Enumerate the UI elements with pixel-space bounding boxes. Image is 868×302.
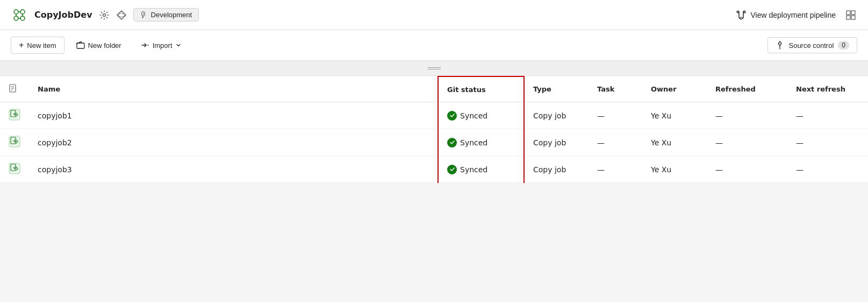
grid-icon[interactable] <box>844 9 857 22</box>
rocket-icon <box>140 11 148 19</box>
document-icon <box>9 84 17 93</box>
synced-badge: Synced <box>447 138 515 148</box>
data-table: Name Git status Type Task Owner Refreshe… <box>0 76 868 183</box>
copyjob-item-icon <box>9 163 20 174</box>
row1-refreshed: — <box>707 102 787 129</box>
new-folder-label: New folder <box>88 41 121 50</box>
diamond-icon[interactable] <box>116 10 127 20</box>
synced-checkmark-icon <box>447 165 457 174</box>
row3-refreshed: — <box>707 156 787 183</box>
row3-icon-cell <box>0 156 29 183</box>
row3-name[interactable]: copyjob3 <box>29 156 438 183</box>
table-header-row: Name Git status Type Task Owner Refreshe… <box>0 76 868 102</box>
row2-refreshed: — <box>707 129 787 156</box>
svg-point-8 <box>740 17 742 19</box>
synced-badge: Synced <box>447 165 515 174</box>
nav-right: View deployment pipeline <box>736 9 857 22</box>
table-area: Name Git status Type Task Owner Refreshe… <box>0 76 868 183</box>
row1-owner: Ye Xu <box>642 102 707 129</box>
synced-badge: Synced <box>447 111 515 121</box>
table-row[interactable]: copyjob1 Synced Copy job — Ye Xu — — <box>0 102 868 129</box>
env-label: Development <box>151 11 192 19</box>
new-item-button[interactable]: + New item <box>11 37 64 54</box>
row3-type: Copy job <box>524 156 589 183</box>
nav-left: CopyJobDev Development <box>11 6 199 24</box>
svg-rect-9 <box>847 11 850 15</box>
row2-name[interactable]: copyjob2 <box>29 129 438 156</box>
row1-name[interactable]: copyjob1 <box>29 102 438 129</box>
row2-next-refresh: — <box>787 129 868 156</box>
top-nav: CopyJobDev Development <box>0 0 868 30</box>
environment-badge[interactable]: Development <box>133 8 199 22</box>
row2-type: Copy job <box>524 129 589 156</box>
table-row[interactable]: copyjob3 Synced Copy job — Ye Xu — — <box>0 156 868 183</box>
th-icon <box>0 76 29 102</box>
new-folder-button[interactable]: New folder <box>69 38 129 53</box>
row3-git-status: Synced <box>438 156 524 183</box>
svg-point-5 <box>143 13 144 15</box>
th-task: Task <box>589 76 642 102</box>
row1-task: — <box>589 102 642 129</box>
row2-task: — <box>589 129 642 156</box>
chevron-down-icon <box>176 43 181 48</box>
svg-rect-12 <box>851 16 855 19</box>
copyjob-item-icon <box>9 109 20 121</box>
source-control-icon <box>776 41 784 50</box>
import-icon <box>141 41 149 50</box>
synced-checkmark-icon <box>447 111 457 121</box>
resize-line-1 <box>428 67 441 68</box>
svg-rect-10 <box>851 11 855 15</box>
svg-point-0 <box>14 10 18 14</box>
view-pipeline-label: View deployment pipeline <box>750 11 836 19</box>
th-owner: Owner <box>642 76 707 102</box>
resize-handle[interactable] <box>0 61 868 76</box>
row2-git-status: Synced <box>438 129 524 156</box>
toolbar: + New item New folder Import <box>0 30 868 61</box>
app-logo-icon <box>11 6 28 24</box>
source-control-badge: 0 <box>838 41 849 50</box>
svg-point-3 <box>20 16 25 20</box>
new-item-label: New item <box>27 41 56 50</box>
view-pipeline-button[interactable]: View deployment pipeline <box>736 10 836 20</box>
row3-task: — <box>589 156 642 183</box>
pipeline-icon <box>736 10 746 20</box>
import-button[interactable]: Import <box>133 38 189 53</box>
row1-git-status: Synced <box>438 102 524 129</box>
source-control-label: Source control <box>788 41 834 50</box>
row2-owner: Ye Xu <box>642 129 707 156</box>
svg-rect-11 <box>847 16 850 19</box>
svg-point-2 <box>14 16 18 20</box>
th-git-status: Git status <box>438 76 524 102</box>
row3-next-refresh: — <box>787 156 868 183</box>
row1-next-refresh: — <box>787 102 868 129</box>
th-refreshed: Refreshed <box>707 76 787 102</box>
row1-icon-cell <box>0 102 29 129</box>
th-type: Type <box>524 76 589 102</box>
source-control-button[interactable]: Source control 0 <box>767 37 857 53</box>
svg-point-1 <box>20 10 25 14</box>
synced-checkmark-icon <box>447 138 457 148</box>
th-name: Name <box>29 76 438 102</box>
copyjob-item-icon <box>9 136 20 148</box>
toolbar-left: + New item New folder Import <box>11 37 189 54</box>
resize-line-2 <box>428 69 441 69</box>
th-next-refresh: Next refresh <box>787 76 868 102</box>
settings-icon[interactable] <box>99 10 110 20</box>
app-title: CopyJobDev <box>34 10 92 20</box>
resize-handle-grip <box>428 67 441 69</box>
row3-owner: Ye Xu <box>642 156 707 183</box>
import-label: Import <box>153 41 173 50</box>
plus-icon: + <box>19 40 24 50</box>
table-row[interactable]: copyjob2 Synced Copy job — Ye Xu — — <box>0 129 868 156</box>
row2-icon-cell <box>0 129 29 156</box>
folder-icon <box>76 41 85 50</box>
svg-point-4 <box>103 13 105 16</box>
row1-type: Copy job <box>524 102 589 129</box>
svg-rect-13 <box>77 43 84 48</box>
